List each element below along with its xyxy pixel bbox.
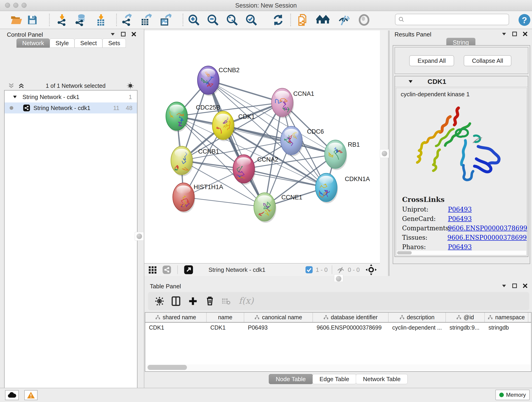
network-edge-CCNE1-HIST1H1A[interactable] [184,197,265,207]
search-input[interactable] [405,16,503,23]
clone-network-button[interactable] [296,13,310,27]
import-network-button[interactable] [56,13,70,27]
network-node-CCNB1[interactable]: CCNB1 [171,146,219,176]
expand-all-icon[interactable] [18,82,25,89]
crosslink-link[interactable]: P06493 [448,215,472,222]
network-options-gear-icon[interactable] [127,82,134,89]
gene-section-header[interactable]: CDK1 [395,76,528,87]
zoom-out-button[interactable] [206,13,220,27]
zoom-in-button[interactable] [187,13,201,27]
collapse-triangle-icon[interactable] [12,95,17,99]
table-cell[interactable]: P06493 [244,324,313,331]
collapse-all-button[interactable]: Collapse All [464,55,511,66]
warnings-button[interactable] [24,390,38,400]
network-node-CCNA1[interactable]: CCNA1 [272,88,314,118]
results-hscrollbar-thumb[interactable] [397,251,412,254]
share-view-icon[interactable] [162,265,171,274]
tab-edge-table[interactable]: Edge Table [312,374,356,384]
add-column-icon[interactable] [188,296,198,306]
import-network-from-database-button[interactable] [74,13,88,27]
refresh-button[interactable] [271,13,285,27]
tab-sets[interactable]: Sets [102,38,126,48]
tab-select[interactable]: Select [75,38,102,48]
collapse-all-icon[interactable] [8,82,15,89]
column-header-shared-name[interactable]: shared name [145,313,207,322]
panel-float-icon[interactable] [512,283,517,288]
column-header-@id[interactable]: @id [446,313,485,322]
panel-float-icon[interactable] [512,31,517,37]
table-cell[interactable]: stringdb [485,324,528,331]
table-cell[interactable]: stringdb:9... [446,324,485,331]
home-button[interactable] [316,13,330,27]
network-canvas[interactable]: CCNB2CCNA1CDC25BCDK1CDC6RB1CCNB1CCNA2CDK… [144,31,380,263]
network-node-CDC6[interactable]: CDC6 [281,126,324,156]
network-collection-row[interactable]: String Network - cdk1 1 [5,91,137,102]
panel-close-icon[interactable] [522,283,528,288]
section-collapse-icon[interactable] [408,79,413,84]
level-of-detail-button[interactable] [357,13,371,27]
tab-style[interactable]: Style [50,38,75,48]
zoom-fit-button[interactable] [225,13,239,27]
table-cell[interactable]: CDK1 [207,324,244,331]
table-cell[interactable]: CDK1 [145,324,207,331]
panel-menu-icon[interactable] [110,32,115,37]
column-header-namespace[interactable]: namespace [485,313,528,322]
node-label-CCNA2: CCNA2 [257,156,278,163]
left-splitter-handle[interactable] [135,232,144,241]
table-hscrollbar-thumb[interactable] [147,365,187,370]
panel-menu-icon[interactable] [501,31,507,37]
tab-network-table[interactable]: Network Table [356,374,408,384]
right-splitter-handle[interactable] [380,149,389,158]
column-header-canonical-name[interactable]: canonical name [244,313,313,322]
network-node-CCNB2[interactable]: CCNB2 [197,66,240,96]
footer-divider [177,265,178,274]
detach-view-icon[interactable] [184,265,193,274]
birdseye-icon[interactable] [366,264,377,275]
table-hscrollbar[interactable] [146,364,531,370]
select-columns-icon[interactable] [171,296,181,306]
network-node-RB1[interactable]: RB1 [325,140,360,170]
right-splitter[interactable] [380,31,389,276]
column-header-description[interactable]: description [389,313,446,322]
table-gear-icon[interactable] [154,296,165,306]
tab-network[interactable]: Network [17,38,50,48]
crosslink-link[interactable]: P06493 [448,243,472,250]
tab-node-table[interactable]: Node Table [269,374,313,384]
network-edge-CCNA2-CDKN1A[interactable] [244,169,326,187]
zoom-selected-button[interactable] [244,13,259,27]
table-cell[interactable]: cyclin-dependent ... [389,324,446,331]
import-table-button[interactable] [94,13,108,27]
hide-graphics-details-button[interactable] [336,13,351,27]
memory-button[interactable]: Memory [495,390,530,400]
export-table-button[interactable] [139,13,153,27]
hidden-eye-icon[interactable] [336,265,345,274]
help-button[interactable]: ? [517,13,532,27]
network-row-selected[interactable]: String Network - cdk1 11 48 [5,102,137,114]
column-header-database-identifier[interactable]: database identifier [313,313,389,322]
export-image-button[interactable] [158,13,172,27]
selected-checkbox-icon[interactable] [305,266,313,274]
gene-name: CDK1 [428,78,446,85]
toolbar-search-field[interactable] [395,14,509,25]
expand-all-button[interactable]: Expand All [409,55,454,66]
table-cell[interactable]: 9606.ENSP00000378699 [313,324,389,331]
panel-close-icon[interactable] [522,31,528,37]
table-row[interactable]: CDK1CDK1P064939606.ENSP00000378699cyclin… [145,323,531,332]
open-session-button[interactable] [9,13,23,27]
results-hscrollbar[interactable] [397,251,526,255]
crosslink-link[interactable]: 9606.ENSP00000378699 [448,225,527,232]
column-header-name[interactable]: name [207,313,244,322]
grid-icon[interactable] [148,265,157,274]
panel-float-icon[interactable] [120,32,126,37]
panel-close-icon[interactable] [131,32,137,37]
crosslink-link[interactable]: 9606.ENSP00000378699 [447,234,527,241]
horizontal-splitter[interactable] [144,276,532,281]
panel-menu-icon[interactable] [501,283,507,288]
network-node-HIST1H1A[interactable]: HIST1H1A [173,183,223,213]
delete-column-icon[interactable] [205,296,215,306]
save-session-button[interactable] [25,13,39,27]
export-network-button[interactable] [120,13,134,27]
network-node-CDKN1A[interactable]: CDKN1A [316,173,370,203]
crosslink-link[interactable]: P06493 [448,206,472,213]
cloud-button[interactable] [5,390,19,400]
